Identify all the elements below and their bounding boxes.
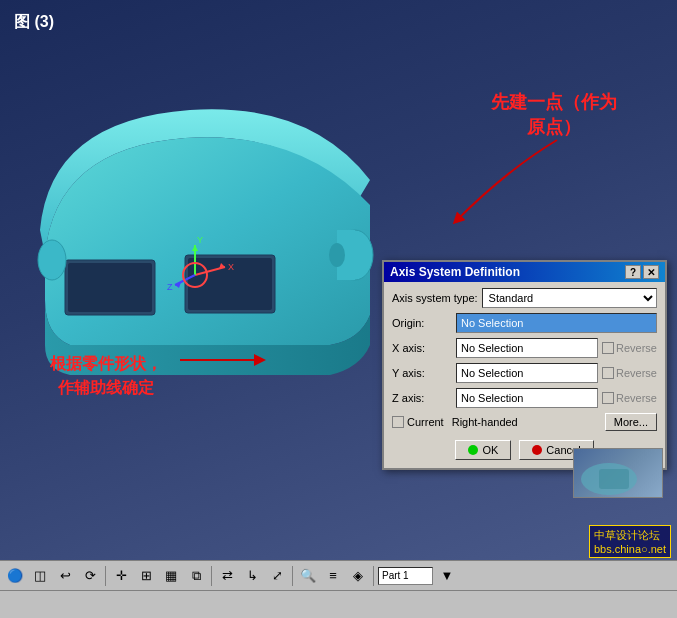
dialog-body: Axis system type: Standard Origin: No Se… (384, 282, 665, 468)
watermark-line1: 中草设计论坛 (594, 528, 666, 543)
status-bar: 中草设计论坛 bbs.china○.net (0, 590, 677, 618)
axis-system-dialog: Axis System Definition ? ✕ Axis system t… (382, 260, 667, 470)
toolbar-icon-5[interactable]: ✛ (110, 565, 132, 587)
z-axis-field[interactable]: No Selection (456, 388, 598, 408)
svg-rect-1 (68, 263, 152, 312)
watermark: 中草设计论坛 bbs.china○.net (589, 525, 671, 558)
toolbar-icon-12[interactable]: 🔍 (297, 565, 319, 587)
current-check[interactable]: Current (392, 416, 444, 428)
z-axis-row: Z axis: No Selection Reverse (392, 388, 657, 408)
thumbnail-image (573, 448, 663, 498)
origin-field[interactable]: No Selection (456, 313, 657, 333)
y-axis-field[interactable]: No Selection (456, 363, 598, 383)
annotation-top: 先建一点（作为 原点） (491, 90, 617, 140)
x-axis-field[interactable]: No Selection (456, 338, 598, 358)
y-axis-label: Y axis: (392, 367, 452, 379)
toolbar-icon-7[interactable]: ▦ (160, 565, 182, 587)
origin-label: Origin: (392, 317, 452, 329)
toolbar-icon-3[interactable]: ↩ (54, 565, 76, 587)
toolbar-icon-14[interactable]: ◈ (347, 565, 369, 587)
main-toolbar: 🔵 ◫ ↩ ⟳ ✛ ⊞ ▦ ⧉ ⇄ ↳ ⤢ 🔍 ≡ ◈ Part 1 ▼ (0, 560, 677, 590)
3d-viewport: 图 (3) (0, 0, 677, 560)
more-button[interactable]: More... (605, 413, 657, 431)
toolbar-icon-8[interactable]: ⧉ (185, 565, 207, 587)
ok-button[interactable]: OK (455, 440, 511, 460)
dialog-title: Axis System Definition (390, 265, 520, 279)
toolbar-icon-6[interactable]: ⊞ (135, 565, 157, 587)
x-reverse-check[interactable]: Reverse (602, 342, 657, 354)
svg-point-6 (329, 243, 345, 267)
cancel-icon (532, 445, 542, 455)
svg-point-7 (38, 240, 66, 280)
y-axis-row: Y axis: No Selection Reverse (392, 363, 657, 383)
ok-icon (468, 445, 478, 455)
arrow-top (377, 120, 577, 260)
current-checkbox[interactable] (392, 416, 404, 428)
toolbar-sep-1 (105, 566, 106, 586)
z-reverse-checkbox[interactable] (602, 392, 614, 404)
axis-type-select[interactable]: Standard (482, 288, 657, 308)
current-row: Current Right-handed More... (392, 413, 657, 431)
axis-type-row: Axis system type: Standard (392, 288, 657, 308)
axis-type-label: Axis system type: (392, 292, 478, 304)
dialog-titlebar: Axis System Definition ? ✕ (384, 262, 665, 282)
title-label: 图 (3) (14, 12, 54, 33)
part-name-field[interactable]: Part 1 (378, 567, 433, 585)
origin-row: Origin: No Selection (392, 313, 657, 333)
z-axis-label: Z axis: (392, 392, 452, 404)
svg-text:X: X (228, 262, 234, 272)
toolbar-icon-2[interactable]: ◫ (29, 565, 51, 587)
x-reverse-checkbox[interactable] (602, 342, 614, 354)
toolbar-icon-1[interactable]: 🔵 (4, 565, 26, 587)
y-reverse-checkbox[interactable] (602, 367, 614, 379)
dropdown-arrow[interactable]: ▼ (436, 565, 458, 587)
help-button[interactable]: ? (625, 265, 641, 279)
annotation-bottom: 根据零件形状， 作辅助线确定 (50, 352, 162, 400)
toolbar-icon-4[interactable]: ⟳ (79, 565, 101, 587)
toolbar-sep-2 (211, 566, 212, 586)
svg-text:Y: Y (197, 235, 203, 245)
x-axis-label: X axis: (392, 342, 452, 354)
watermark-line2: bbs.china○.net (594, 543, 666, 555)
svg-rect-21 (599, 469, 629, 489)
arrow-bottom (170, 330, 290, 390)
toolbar-icon-9[interactable]: ⇄ (216, 565, 238, 587)
z-reverse-check[interactable]: Reverse (602, 392, 657, 404)
toolbar-sep-4 (373, 566, 374, 586)
toolbar-icon-10[interactable]: ↳ (241, 565, 263, 587)
toolbar-icon-11[interactable]: ⤢ (266, 565, 288, 587)
dialog-title-buttons: ? ✕ (625, 265, 659, 279)
right-handed-label: Right-handed (452, 416, 597, 428)
toolbar-sep-3 (292, 566, 293, 586)
y-reverse-check[interactable]: Reverse (602, 367, 657, 379)
toolbar-icon-13[interactable]: ≡ (322, 565, 344, 587)
close-button[interactable]: ✕ (643, 265, 659, 279)
svg-text:Z: Z (167, 282, 173, 292)
x-axis-row: X axis: No Selection Reverse (392, 338, 657, 358)
